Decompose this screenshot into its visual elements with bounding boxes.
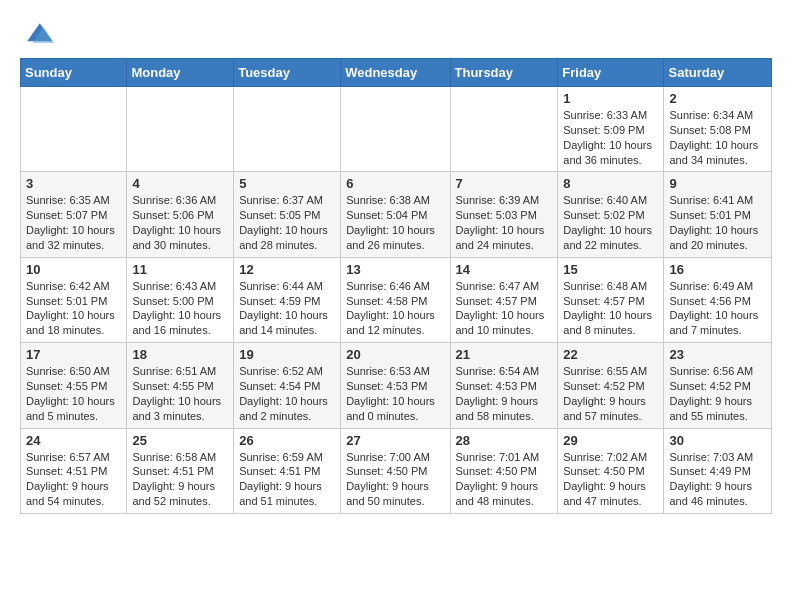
cell-line: Sunset: 4:52 PM — [669, 379, 766, 394]
cell-line: Sunrise: 6:55 AM — [563, 364, 658, 379]
calendar-cell: 15Sunrise: 6:48 AMSunset: 4:57 PMDayligh… — [558, 257, 664, 342]
cell-line: Daylight: 9 hours — [669, 394, 766, 409]
calendar-header-monday: Monday — [127, 59, 234, 87]
day-number: 24 — [26, 433, 121, 448]
day-number: 3 — [26, 176, 121, 191]
page: SundayMondayTuesdayWednesdayThursdayFrid… — [0, 0, 792, 530]
day-number: 26 — [239, 433, 335, 448]
day-number: 16 — [669, 262, 766, 277]
cell-line: Sunrise: 6:46 AM — [346, 279, 444, 294]
calendar-cell: 6Sunrise: 6:38 AMSunset: 5:04 PMDaylight… — [341, 172, 450, 257]
calendar-cell: 23Sunrise: 6:56 AMSunset: 4:52 PMDayligh… — [664, 343, 772, 428]
cell-line: Sunset: 5:08 PM — [669, 123, 766, 138]
cell-line: Sunrise: 6:48 AM — [563, 279, 658, 294]
cell-line: Daylight: 9 hours — [563, 394, 658, 409]
cell-line: Sunrise: 7:02 AM — [563, 450, 658, 465]
cell-line: and 5 minutes. — [26, 409, 121, 424]
calendar-week-row: 10Sunrise: 6:42 AMSunset: 5:01 PMDayligh… — [21, 257, 772, 342]
cell-line: Sunset: 5:01 PM — [669, 208, 766, 223]
calendar-cell: 30Sunrise: 7:03 AMSunset: 4:49 PMDayligh… — [664, 428, 772, 513]
cell-line: Daylight: 10 hours — [456, 308, 553, 323]
logo — [20, 16, 60, 52]
cell-line: Daylight: 10 hours — [669, 223, 766, 238]
calendar-cell: 16Sunrise: 6:49 AMSunset: 4:56 PMDayligh… — [664, 257, 772, 342]
cell-line: Daylight: 10 hours — [346, 223, 444, 238]
day-number: 14 — [456, 262, 553, 277]
cell-line: and 46 minutes. — [669, 494, 766, 509]
calendar-cell: 12Sunrise: 6:44 AMSunset: 4:59 PMDayligh… — [234, 257, 341, 342]
day-number: 10 — [26, 262, 121, 277]
cell-line: Daylight: 10 hours — [132, 223, 228, 238]
calendar-header-row: SundayMondayTuesdayWednesdayThursdayFrid… — [21, 59, 772, 87]
header — [20, 16, 772, 52]
cell-line: Daylight: 10 hours — [563, 223, 658, 238]
cell-line: Sunset: 5:03 PM — [456, 208, 553, 223]
cell-line: Sunset: 4:51 PM — [132, 464, 228, 479]
cell-line: and 30 minutes. — [132, 238, 228, 253]
calendar-cell: 24Sunrise: 6:57 AMSunset: 4:51 PMDayligh… — [21, 428, 127, 513]
cell-line: Sunrise: 7:01 AM — [456, 450, 553, 465]
day-number: 30 — [669, 433, 766, 448]
calendar-cell: 29Sunrise: 7:02 AMSunset: 4:50 PMDayligh… — [558, 428, 664, 513]
cell-line: Daylight: 10 hours — [563, 308, 658, 323]
day-number: 1 — [563, 91, 658, 106]
cell-line: and 57 minutes. — [563, 409, 658, 424]
cell-line: and 34 minutes. — [669, 153, 766, 168]
calendar-cell: 21Sunrise: 6:54 AMSunset: 4:53 PMDayligh… — [450, 343, 558, 428]
cell-line: and 58 minutes. — [456, 409, 553, 424]
cell-line: and 3 minutes. — [132, 409, 228, 424]
calendar-cell: 20Sunrise: 6:53 AMSunset: 4:53 PMDayligh… — [341, 343, 450, 428]
calendar-header-tuesday: Tuesday — [234, 59, 341, 87]
cell-line: Sunset: 4:53 PM — [456, 379, 553, 394]
cell-line: and 10 minutes. — [456, 323, 553, 338]
day-number: 20 — [346, 347, 444, 362]
cell-line: Sunset: 4:51 PM — [239, 464, 335, 479]
calendar-cell: 26Sunrise: 6:59 AMSunset: 4:51 PMDayligh… — [234, 428, 341, 513]
cell-line: Sunset: 4:59 PM — [239, 294, 335, 309]
day-number: 18 — [132, 347, 228, 362]
cell-line: Sunrise: 6:53 AM — [346, 364, 444, 379]
day-number: 13 — [346, 262, 444, 277]
day-number: 12 — [239, 262, 335, 277]
cell-line: Sunrise: 7:03 AM — [669, 450, 766, 465]
cell-line: and 24 minutes. — [456, 238, 553, 253]
cell-line: Daylight: 10 hours — [239, 394, 335, 409]
calendar-table: SundayMondayTuesdayWednesdayThursdayFrid… — [20, 58, 772, 514]
cell-line: Sunrise: 6:50 AM — [26, 364, 121, 379]
cell-line: Daylight: 9 hours — [132, 479, 228, 494]
cell-line: and 36 minutes. — [563, 153, 658, 168]
calendar-week-row: 1Sunrise: 6:33 AMSunset: 5:09 PMDaylight… — [21, 87, 772, 172]
calendar-cell: 8Sunrise: 6:40 AMSunset: 5:02 PMDaylight… — [558, 172, 664, 257]
calendar-cell — [127, 87, 234, 172]
cell-line: and 20 minutes. — [669, 238, 766, 253]
cell-line: Daylight: 10 hours — [239, 223, 335, 238]
cell-line: Sunset: 4:54 PM — [239, 379, 335, 394]
cell-line: Sunset: 4:53 PM — [346, 379, 444, 394]
cell-line: and 0 minutes. — [346, 409, 444, 424]
cell-line: Sunset: 5:00 PM — [132, 294, 228, 309]
logo-icon — [20, 16, 56, 52]
calendar-cell: 3Sunrise: 6:35 AMSunset: 5:07 PMDaylight… — [21, 172, 127, 257]
calendar-cell — [21, 87, 127, 172]
day-number: 11 — [132, 262, 228, 277]
cell-line: Sunset: 4:57 PM — [456, 294, 553, 309]
cell-line: Sunrise: 6:59 AM — [239, 450, 335, 465]
cell-line: Daylight: 9 hours — [669, 479, 766, 494]
cell-line: Sunrise: 6:44 AM — [239, 279, 335, 294]
calendar-cell — [341, 87, 450, 172]
day-number: 15 — [563, 262, 658, 277]
cell-line: and 52 minutes. — [132, 494, 228, 509]
calendar-cell: 22Sunrise: 6:55 AMSunset: 4:52 PMDayligh… — [558, 343, 664, 428]
calendar-header-sunday: Sunday — [21, 59, 127, 87]
calendar-week-row: 24Sunrise: 6:57 AMSunset: 4:51 PMDayligh… — [21, 428, 772, 513]
cell-line: Sunrise: 6:58 AM — [132, 450, 228, 465]
cell-line: and 32 minutes. — [26, 238, 121, 253]
cell-line: Sunrise: 6:41 AM — [669, 193, 766, 208]
day-number: 17 — [26, 347, 121, 362]
cell-line: Sunset: 4:52 PM — [563, 379, 658, 394]
cell-line: Sunrise: 6:56 AM — [669, 364, 766, 379]
cell-line: Sunrise: 6:35 AM — [26, 193, 121, 208]
day-number: 23 — [669, 347, 766, 362]
cell-line: Daylight: 9 hours — [26, 479, 121, 494]
calendar-cell: 17Sunrise: 6:50 AMSunset: 4:55 PMDayligh… — [21, 343, 127, 428]
